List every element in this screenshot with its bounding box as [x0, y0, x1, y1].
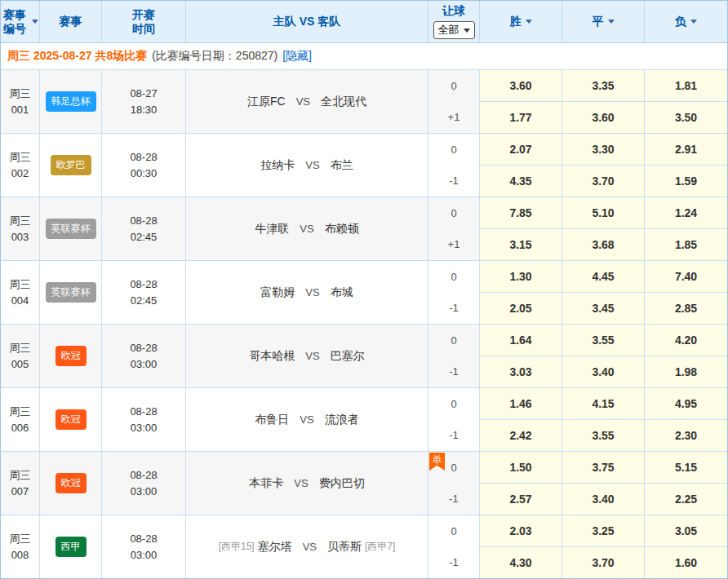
odds-win-cell[interactable]: 1.30 [480, 261, 562, 293]
odds-draw-cell[interactable]: 3.45 [562, 293, 644, 324]
odds-lose-cell[interactable]: 1.59 [645, 166, 727, 197]
match-id-cell: 周三006 [1, 388, 40, 451]
header-league-label: 赛事 [60, 15, 82, 29]
odds-lose-cell[interactable]: 1.24 [645, 197, 727, 229]
odds-draw-cell[interactable]: 3.35 [562, 70, 644, 102]
odds-column-draw: 3.303.70 [562, 134, 645, 197]
away-team: 贝蒂斯 [327, 540, 362, 555]
header-event-no[interactable]: 赛事编号 [1, 1, 40, 42]
away-team: 布城 [331, 285, 353, 300]
match-number: 007 [11, 484, 29, 500]
handicap-cell: 0单-1 [428, 452, 480, 515]
odds-draw-cell[interactable]: 3.30 [562, 134, 644, 166]
odds-win-cell[interactable]: 1.46 [480, 388, 562, 420]
header-win[interactable]: 胜 [480, 1, 562, 42]
sort-arrow-icon[interactable] [32, 20, 38, 24]
home-team: 拉纳卡 [260, 158, 295, 173]
match-id-cell: 周三003 [1, 197, 40, 260]
header-draw[interactable]: 平 [562, 1, 645, 42]
time-cell: 08-2718:30 [102, 70, 186, 133]
handicap-value: 0 [428, 515, 479, 547]
match-time: 03:00 [131, 484, 158, 500]
odds-lose-cell[interactable]: 3.50 [645, 102, 727, 133]
odds-draw-cell[interactable]: 3.70 [562, 547, 644, 578]
odds-win-cell[interactable]: 4.30 [480, 547, 562, 578]
odds-lose-cell[interactable]: 5.15 [645, 452, 727, 484]
odds-lose-cell[interactable]: 2.91 [645, 134, 727, 166]
time-cell: 08-2803:00 [102, 325, 186, 387]
odds-draw-cell[interactable]: 5.10 [562, 197, 644, 229]
header-win-label: 胜 [510, 15, 522, 29]
handicap-value: 0 [428, 70, 479, 102]
league-cell: 欧罗巴 [40, 134, 102, 197]
header-handicap: 让球 全部 [428, 1, 480, 42]
odds-draw-cell[interactable]: 4.15 [562, 388, 644, 420]
match-date: 08-28 [130, 276, 157, 293]
odds-win-cell[interactable]: 1.64 [480, 325, 562, 356]
odds-column-win: 1.502.57 [480, 452, 562, 515]
odds-win-cell[interactable]: 2.03 [480, 515, 562, 547]
handicap-cell: 0-1 [428, 388, 480, 451]
odds-lose-cell[interactable]: 2.25 [645, 484, 727, 515]
vs-label: VS [303, 541, 317, 553]
match-date: 08-28 [130, 404, 157, 420]
odds-win-cell[interactable]: 3.15 [480, 229, 562, 260]
odds-lose-cell[interactable]: 2.85 [645, 293, 727, 324]
lose-dropdown-icon[interactable] [690, 20, 697, 24]
odds-lose-cell[interactable]: 1.98 [645, 356, 727, 387]
header-time-label: 开赛时间 [131, 8, 157, 36]
odds-draw-cell[interactable]: 3.70 [562, 166, 644, 197]
odds-lose-cell[interactable]: 4.20 [645, 325, 727, 356]
home-team: 塞尔塔 [258, 540, 292, 555]
league-badge: 欧冠 [55, 473, 87, 493]
odds-win-cell[interactable]: 1.77 [480, 102, 562, 133]
odds-lose-cell[interactable]: 1.81 [645, 70, 727, 102]
away-team: 布兰 [331, 158, 353, 173]
odds-win-cell[interactable]: 3.60 [480, 70, 562, 102]
odds-lose-cell[interactable]: 1.85 [645, 229, 727, 260]
odds-draw-cell[interactable]: 3.40 [562, 484, 644, 515]
odds-win-cell[interactable]: 1.50 [480, 452, 562, 484]
odds-draw-cell[interactable]: 3.60 [562, 102, 644, 133]
match-date: 08-28 [130, 531, 157, 547]
odds-column-lose: 4.952.30 [645, 388, 727, 451]
odds-win-cell[interactable]: 2.42 [480, 420, 562, 451]
odds-draw-cell[interactable]: 4.45 [562, 261, 644, 293]
match-time: 00:30 [131, 166, 158, 182]
odds-lose-cell[interactable]: 4.95 [645, 388, 727, 420]
header-lose-label: 负 [675, 15, 686, 29]
odds-draw-cell[interactable]: 3.55 [562, 325, 644, 356]
handicap-value: 0 [428, 197, 479, 229]
odds-win-cell[interactable]: 3.03 [480, 356, 562, 387]
league-cell: 西甲 [40, 515, 102, 578]
away-team: 巴塞尔 [331, 349, 365, 364]
hide-link[interactable]: [隐藏] [282, 49, 312, 64]
handicap-value: -1 [428, 166, 479, 197]
league-cell: 英联赛杯 [40, 197, 102, 260]
odds-win-cell[interactable]: 7.85 [480, 197, 562, 229]
odds-lose-cell[interactable]: 2.30 [645, 420, 727, 451]
odds-win-cell[interactable]: 4.35 [480, 166, 562, 197]
match-number: 001 [11, 102, 29, 118]
odds-lose-cell[interactable]: 3.05 [645, 515, 727, 547]
odds-draw-cell[interactable]: 3.68 [562, 229, 644, 260]
odds-lose-cell[interactable]: 1.60 [645, 547, 727, 578]
odds-column-draw: 3.553.40 [562, 325, 645, 387]
header-lose[interactable]: 负 [645, 1, 727, 42]
match-rows: 周三001韩足总杯08-2718:30江原FCVS全北现代0+13.601.77… [1, 70, 727, 578]
header-handicap-label: 让球 [442, 4, 465, 19]
odds-lose-cell[interactable]: 7.40 [645, 261, 727, 293]
handicap-filter-select[interactable]: 全部 [433, 21, 475, 39]
draw-dropdown-icon[interactable] [608, 20, 615, 24]
league-cell: 欧冠 [40, 325, 102, 387]
odds-draw-cell[interactable]: 3.40 [562, 356, 644, 387]
odds-win-cell[interactable]: 2.07 [480, 134, 562, 166]
teams-cell: [西甲15]塞尔塔VS贝蒂斯[西甲7] [186, 515, 428, 578]
handicap-cell: 0-1 [428, 134, 480, 197]
odds-win-cell[interactable]: 2.57 [480, 484, 562, 515]
win-dropdown-icon[interactable] [526, 20, 532, 24]
odds-draw-cell[interactable]: 3.55 [562, 420, 644, 451]
odds-draw-cell[interactable]: 3.25 [562, 515, 644, 547]
odds-draw-cell[interactable]: 3.75 [562, 452, 644, 484]
odds-win-cell[interactable]: 2.05 [480, 293, 562, 324]
